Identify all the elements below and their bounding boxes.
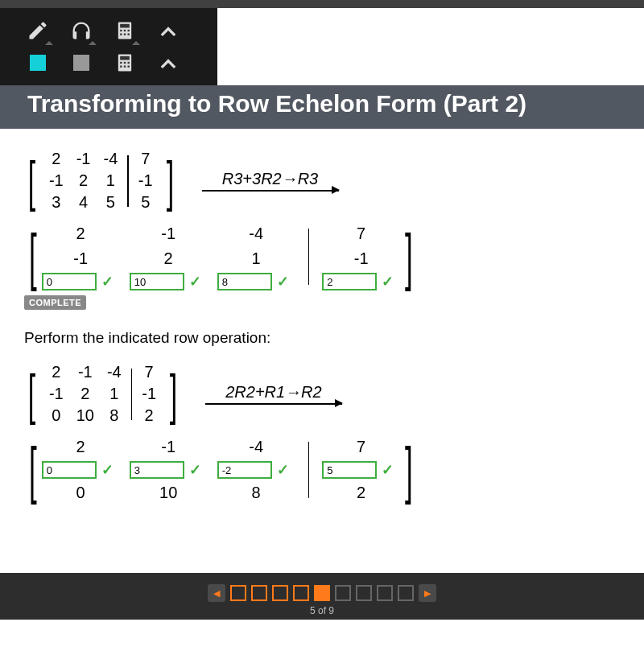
- content-area: [ 2-13 -124 -415 7-15 ] R3+3R2→R3 [ 2: [0, 129, 644, 541]
- p1-answer-input-2[interactable]: [130, 273, 184, 290]
- svg-rect-11: [124, 62, 126, 64]
- p2-operation-arrow: 2R2+R1→R2: [205, 383, 342, 405]
- pager-next-button[interactable]: ▶: [419, 584, 436, 602]
- gray-square-icon: [73, 55, 89, 71]
- cyan-square-icon: [30, 55, 46, 71]
- top-strip: [0, 0, 644, 8]
- p2-answer-input-1[interactable]: [42, 461, 97, 479]
- p1-operation-text: R3+3R2→R3: [222, 170, 318, 188]
- pager-page-4[interactable]: [293, 585, 309, 601]
- svg-rect-7: [128, 34, 130, 35]
- p2-operation-text: 2R2+R1→R2: [225, 383, 321, 402]
- svg-rect-3: [124, 30, 126, 31]
- check-icon: ✓: [189, 273, 201, 290]
- pager-page-5[interactable]: [314, 585, 330, 601]
- headphones-tool[interactable]: [60, 14, 103, 47]
- cyan-square-tool[interactable]: [16, 47, 60, 79]
- svg-rect-15: [128, 66, 130, 68]
- pager-count-label: 5 of 9: [310, 605, 334, 616]
- p2-answer-input-4[interactable]: [322, 461, 377, 479]
- svg-rect-14: [124, 66, 126, 68]
- collapse-up-tool-2[interactable]: [147, 47, 190, 79]
- chevron-up-icon: [157, 19, 180, 42]
- headphones-icon: [70, 19, 93, 42]
- check-icon: ✓: [101, 461, 114, 479]
- pager-page-6[interactable]: [335, 585, 351, 601]
- pager-prev-button[interactable]: ◀: [208, 584, 225, 602]
- calculator-icon: [114, 51, 136, 74]
- footer-pager: ◀ ▶ 5 of 9: [0, 573, 644, 620]
- check-icon: ✓: [382, 273, 394, 290]
- toolbar: [0, 8, 217, 85]
- pager-page-1[interactable]: [230, 585, 246, 601]
- svg-rect-13: [120, 66, 122, 68]
- p2-answer-input-3[interactable]: [217, 461, 272, 479]
- title-band: Transforming to Row Echelon Form (Part 2…: [0, 85, 644, 129]
- collapse-up-tool-1[interactable]: [147, 14, 190, 47]
- pencil-tool[interactable]: [16, 14, 60, 47]
- check-icon: ✓: [101, 273, 114, 290]
- check-icon: ✓: [277, 273, 289, 290]
- svg-rect-2: [120, 30, 122, 31]
- p2-answer-input-2[interactable]: [130, 461, 184, 479]
- svg-rect-5: [120, 34, 122, 35]
- p1-answer-input-1[interactable]: [42, 273, 97, 290]
- page-title: Transforming to Row Echelon Form (Part 2…: [27, 90, 628, 117]
- svg-rect-9: [120, 56, 130, 60]
- p1-answer-input-3[interactable]: [217, 273, 272, 290]
- calculator-tool-2[interactable]: [103, 47, 147, 79]
- pager-page-2[interactable]: [251, 585, 267, 601]
- p2-result-matrix: [ 2 ✓ 0 -1 ✓ 10 -4 ✓ 8: [24, 436, 620, 504]
- pager-page-8[interactable]: [377, 585, 393, 601]
- check-icon: ✓: [382, 461, 394, 479]
- pager-page-9[interactable]: [398, 585, 414, 601]
- problem-2: [ 2-10 -1210 -418 7-12 ] 2R2+R1→R2 [ 2: [24, 360, 620, 504]
- gray-square-tool[interactable]: [60, 47, 103, 79]
- pager-page-7[interactable]: [356, 585, 372, 601]
- svg-rect-10: [120, 62, 122, 64]
- svg-rect-1: [120, 24, 130, 28]
- calculator-tool[interactable]: [103, 14, 147, 47]
- instruction-text: Perform the indicated row operation:: [24, 329, 620, 347]
- check-icon: ✓: [189, 461, 201, 479]
- calculator-icon: [114, 19, 136, 42]
- p1-answer-input-4[interactable]: [322, 273, 377, 290]
- pencil-icon: [27, 19, 49, 42]
- p1-operation-arrow: R3+3R2→R3: [202, 170, 339, 192]
- svg-rect-6: [124, 34, 126, 35]
- pager-page-3[interactable]: [272, 585, 288, 601]
- p2-source-matrix: [ 2-10 -1210 -418 7-12 ]: [24, 360, 181, 428]
- svg-rect-4: [128, 30, 130, 31]
- p1-result-matrix: [ 2 -1 ✓ -1 2 ✓ -4 1 ✓: [24, 223, 620, 290]
- svg-rect-12: [128, 62, 130, 64]
- chevron-up-icon: [157, 51, 180, 74]
- problem-1: [ 2-13 -124 -415 7-15 ] R3+3R2→R3 [ 2: [24, 146, 620, 310]
- check-icon: ✓: [277, 461, 289, 479]
- complete-badge: COMPLETE: [24, 295, 86, 310]
- p1-source-matrix: [ 2-13 -124 -415 7-15 ]: [24, 146, 178, 215]
